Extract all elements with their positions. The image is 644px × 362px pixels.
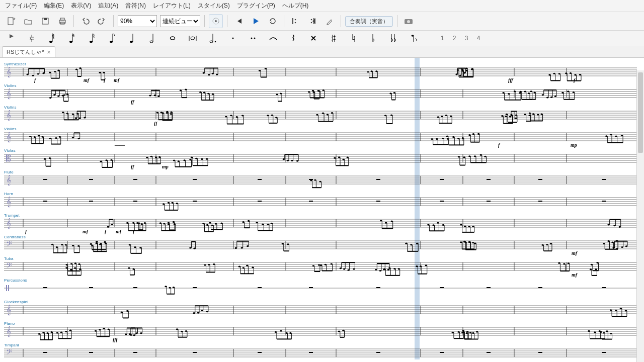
open-file-button[interactable] [21,14,35,28]
svg-point-23 [110,41,113,43]
voice-1-button[interactable]: 1 [439,35,446,42]
staff-row[interactable]: 𝄞 [4,197,637,215]
svg-text:𝄞: 𝄞 [6,132,12,143]
svg-text:𝄞: 𝄞 [6,110,12,121]
staff-row[interactable]: 𝄢mf [4,261,637,280]
64th-note-button[interactable] [44,32,59,45]
svg-text:𝄞: 𝄞 [6,197,12,208]
note-input-mode-button[interactable] [4,32,19,45]
svg-point-13 [311,22,312,24]
voice-3-button[interactable]: 3 [463,35,470,42]
svg-rect-623 [258,201,262,202]
flat-button[interactable] [366,32,381,45]
svg-rect-628 [538,201,542,202]
instrument-label: Glockenspiel [4,300,28,304]
rest-button[interactable] [286,32,301,45]
svg-rect-1022 [602,287,606,288]
voice-4-button[interactable]: 4 [475,35,482,42]
print-button[interactable] [55,14,69,28]
svg-text:f: f [104,77,106,83]
staff-row[interactable]: 𝄞fff [4,326,637,344]
32nd-note-button[interactable] [64,32,79,45]
view-mode-select[interactable]: 連続ビュー [160,15,200,27]
repeat-start-button[interactable] [288,14,302,28]
sharp-button[interactable] [326,32,341,45]
new-file-button[interactable]: + [4,14,18,28]
repeat-end-button[interactable] [305,14,319,28]
svg-rect-581 [43,179,47,180]
concert-pitch-button[interactable]: 合奏調（実音） [345,16,393,27]
menu-view[interactable]: 表示(V) [71,2,91,10]
svg-text:f: f [574,77,576,83]
svg-rect-590 [538,179,542,180]
menu-layout[interactable]: レイアウト(L) [153,2,191,10]
staff-row[interactable]: 𝄞fmffmfffff [4,67,637,85]
quarter-note-button[interactable] [125,32,140,45]
staff-row[interactable] [4,283,637,301]
double-dot-button[interactable] [246,32,261,45]
menu-edit[interactable]: 編集(E) [44,2,64,10]
flip-stem-button[interactable] [407,32,422,45]
double-flat-button[interactable] [386,32,401,45]
svg-point-35 [215,41,216,43]
double-sharp-button[interactable] [306,32,321,45]
tie-button[interactable] [266,32,281,45]
svg-rect-588 [440,179,444,180]
staff-row[interactable]: 𝄞——fmp [4,132,637,150]
svg-point-31 [191,37,195,40]
dot-note-button[interactable] [205,32,220,45]
single-dot-button[interactable] [225,32,240,45]
vertical-scrollbar[interactable] [636,70,644,362]
svg-rect-5 [60,18,64,20]
save-button[interactable] [38,14,52,28]
edit-mode-button[interactable] [323,14,337,28]
zoom-select[interactable]: 90% [118,15,157,27]
svg-rect-1208 [376,352,380,353]
instrument-label: Timpani [4,343,19,347]
tab-close-icon[interactable]: × [47,49,51,56]
voice-2-button[interactable]: 2 [451,35,458,42]
menu-help[interactable]: ヘルプ(H) [282,2,309,10]
whole-note-button[interactable] [165,32,180,45]
staff-row[interactable]: 𝄢mf [4,240,637,258]
scrollbar-thumb[interactable] [638,72,643,153]
menu-file[interactable]: ファイル(F) [5,2,37,10]
score-canvas[interactable]: Synthesizer𝄞fmffmfffffViolins𝄞ffViolins𝄞… [0,58,644,359]
svg-text:fff: fff [113,337,118,342]
document-tab[interactable]: RSじてんしゃ* × [2,46,55,57]
svg-rect-1205 [193,352,197,353]
8th-note-button[interactable] [105,32,120,45]
instrument-label: Horn [4,192,13,196]
staff-row[interactable]: 𝄡ffmp [4,153,637,171]
svg-text:f: f [105,229,107,234]
staff-row[interactable]: 𝄞 [4,305,637,323]
menu-plugins[interactable]: プラグイン(P) [237,2,275,10]
staff-row[interactable]: 𝄢 [4,348,637,359]
staff-row[interactable]: 𝄞 [4,175,637,193]
loop-button[interactable] [266,14,280,28]
svg-text:𝄢: 𝄢 [6,261,12,272]
staff-row[interactable]: 𝄞ff [4,88,637,107]
svg-rect-586 [309,179,313,180]
svg-text:𝄞: 𝄞 [6,326,12,337]
staff-row[interactable]: 𝄞fmffmff [4,218,637,236]
undo-button[interactable] [78,14,92,28]
svg-text:𝄞: 𝄞 [6,175,12,186]
screenshot-button[interactable] [401,14,416,28]
svg-rect-621 [133,201,137,202]
half-note-button[interactable] [145,32,160,45]
menu-style[interactable]: スタイル(S) [198,2,230,10]
menu-add[interactable]: 追加(A) [98,2,118,10]
staff-row[interactable]: 𝄞ff [4,110,637,128]
redo-button[interactable] [95,14,109,28]
svg-rect-584 [193,179,197,180]
natural-button[interactable] [346,32,361,45]
menu-notes[interactable]: 音符(N) [125,2,146,10]
play-button[interactable] [249,14,263,28]
rewind-button[interactable] [231,14,246,28]
16th-note-button[interactable] [85,32,100,45]
menu-bar: ファイル(F) 編集(E) 表示(V) 追加(A) 音符(N) レイアウト(L)… [0,0,644,12]
double-whole-button[interactable] [185,32,200,45]
metronome-button[interactable] [209,14,223,28]
rest-toggle-button[interactable] [24,32,39,45]
